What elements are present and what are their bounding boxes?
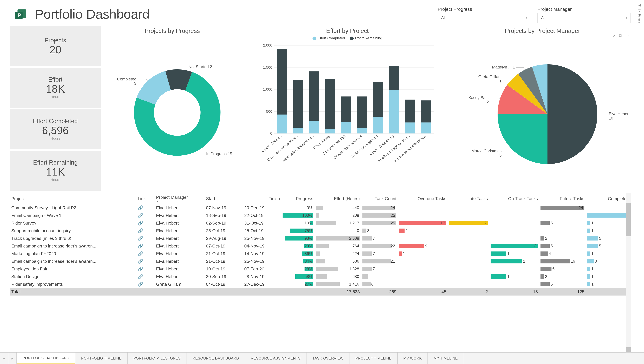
kpi-subtitle: Hours [50,178,60,182]
page-tab[interactable]: RESOURCE DASHBOARD [187,352,245,364]
copy-icon[interactable]: ⧉ [619,33,622,38]
svg-rect-38 [389,66,399,90]
column-header[interactable]: Completed Tasks [586,193,631,204]
page-tab[interactable]: MY WORK [397,352,428,364]
column-header[interactable]: Progress [281,193,315,204]
column-header[interactable]: On Track Tasks [489,193,539,204]
svg-rect-40 [405,122,415,134]
tab-nav-prev[interactable]: ◂ [0,352,8,364]
chart-effort-by-project[interactable]: Effort by Project Effort CompletedEffort… [244,26,451,191]
page-tab[interactable]: MY TIMELINE [428,352,464,364]
table-row[interactable]: Rider safety improvements🔗Greta Gilliam0… [10,280,631,288]
svg-rect-25 [325,129,335,134]
svg-text:Greta Gilliam1: Greta Gilliam1 [478,74,502,83]
svg-rect-20 [293,80,303,128]
column-header[interactable]: Start [205,193,243,204]
link-icon[interactable]: 🔗 [138,244,143,248]
table-row[interactable]: Station Design🔗Elva Hebert30-Sep-1928-No… [10,273,631,280]
page-tab[interactable]: TASK OVERVIEW [307,352,350,364]
page-tab[interactable]: PORTFOLIO MILESTONES [128,352,187,364]
table-row[interactable]: Community Survey - Light Rail P2🔗Elva He… [10,204,631,212]
svg-rect-41 [405,100,415,122]
column-header[interactable]: Future Tasks [539,193,586,204]
svg-text:500: 500 [266,109,272,114]
chart-title: Effort by Project [326,28,369,34]
slicer-label: Project Progress [438,7,531,12]
kpi-title: Effort [48,76,62,83]
page-tab[interactable]: PROJECT TIMELINE [349,352,397,364]
column-header[interactable]: Overdue Tasks [398,193,448,204]
link-icon[interactable]: 🔗 [138,259,143,264]
link-icon[interactable]: 🔗 [138,236,143,241]
svg-rect-28 [341,122,351,134]
svg-text:1,500: 1,500 [263,65,272,70]
filters-label: Filters [638,14,641,23]
pie-chart: Elva Hebert10Marco Christmas5Kasey Ba...… [454,34,631,181]
chart-projects-by-progress[interactable]: Projects by Progress In Progress 15Compl… [104,26,241,191]
slicer-dropdown[interactable]: All ▾ [438,13,531,23]
link-icon[interactable]: 🔗 [138,213,143,218]
svg-text:0: 0 [270,131,272,136]
scroll-thumb[interactable] [626,203,631,236]
column-header[interactable]: Project Manager▲ [155,193,205,204]
kpi-card[interactable]: Projects 20 [10,26,101,66]
column-header[interactable]: Late Tasks [448,193,489,204]
svg-text:Rider safety improveme...: Rider safety improveme... [282,134,315,162]
svg-text:P: P [18,12,21,18]
svg-text:Employee benefits review: Employee benefits review [393,134,426,162]
page-tab[interactable]: RESOURCE ASSIGNMENTS [245,352,307,364]
column-header[interactable]: Task Count [361,193,398,204]
kpi-subtitle: Hours [50,136,60,140]
filter-icon: ▽ [638,9,641,12]
page-tabs[interactable]: ◂ ▸ PORTFOLIO DASHBOARDPORTFOLIO TIMELIN… [0,352,644,364]
table-row[interactable]: Email Campaign - Wave 1🔗Elva Hebert18-Se… [10,212,631,219]
table-row[interactable]: Marketing plan FY2020🔗Elva Hebert21-Oct-… [10,250,631,258]
column-header[interactable]: Link [136,193,155,204]
kpi-card[interactable]: Effort Remaining 11K Hours [10,150,101,191]
link-icon[interactable]: 🔗 [138,274,143,279]
column-header[interactable]: Effort (Hours) [315,193,361,204]
scroll-down-arrow[interactable] [626,348,631,352]
page-title: Portfolio Dashboard [35,7,150,22]
projects-table[interactable]: ProjectLinkProject Manager▲StartFinishPr… [10,193,631,352]
more-options-icon[interactable]: ⋯ [626,33,631,38]
funnel-icon[interactable]: ▿ [613,33,615,38]
link-icon[interactable]: 🔗 [138,251,143,256]
slicer-project-progress[interactable]: Project Progress All ▾ [438,7,531,23]
slicer-label: Project Manager [537,7,631,12]
table-row[interactable]: Email campaign to increase rider's aware… [10,258,631,265]
kpi-card[interactable]: Effort 18K Hours [10,68,101,108]
svg-text:Completed3: Completed3 [117,77,136,86]
column-header[interactable]: Finish [243,193,281,204]
link-icon[interactable]: 🔗 [138,282,143,287]
project-app-logo: P [13,7,28,22]
table-row[interactable]: Support mobile account inquiry🔗Elva Hebe… [10,227,631,234]
link-icon[interactable]: 🔗 [138,228,143,233]
table-row[interactable]: Email campaign to increase rider's aware… [10,242,631,250]
table-scrollbar[interactable] [626,193,631,352]
page-tab[interactable]: PORTFOLIO DASHBOARD [17,352,75,364]
link-icon[interactable]: 🔗 [138,205,143,210]
svg-text:Madelyn ...  1: Madelyn ... 1 [492,65,515,69]
link-icon[interactable]: 🔗 [138,266,143,272]
slicer-value: All [541,16,545,20]
table-row[interactable]: Rider Survey🔗Elva Hebert02-Sep-1931-Oct-… [10,219,631,227]
kpi-title: Effort Remaining [33,159,78,166]
tab-nav-next[interactable]: ▸ [8,352,17,364]
chart-projects-by-pm[interactable]: Projects by Project Manager Elva Hebert1… [454,26,631,191]
kpi-value: 6,596 [42,125,69,136]
table-row[interactable]: Employee Job Fair🔗Elva Hebert10-Oct-1907… [10,265,631,273]
kpi-value: 18K [46,83,65,95]
expand-filters-icon[interactable]: ◀ [638,3,641,7]
filters-pane-collapsed[interactable]: ◀ ▽ Filters [635,0,644,364]
kpi-card[interactable]: Effort Completed 6,596 Hours [10,109,101,149]
slicer-project-manager[interactable]: Project Manager All ▾ [537,7,631,23]
svg-text:Driver awareness traini...: Driver awareness traini... [266,134,299,162]
table-row[interactable]: Track upgrades (miles 3 thru 6)🔗Elva Heb… [10,234,631,242]
slicer-dropdown[interactable]: All ▾ [537,13,631,23]
link-icon[interactable]: 🔗 [138,220,143,226]
kpi-title: Projects [45,37,66,44]
page-tab[interactable]: PORTFOLIO TIMELINE [75,352,128,364]
column-header[interactable]: Project [10,193,136,204]
svg-text:Email campaign to incre...: Email campaign to incre... [377,134,410,163]
